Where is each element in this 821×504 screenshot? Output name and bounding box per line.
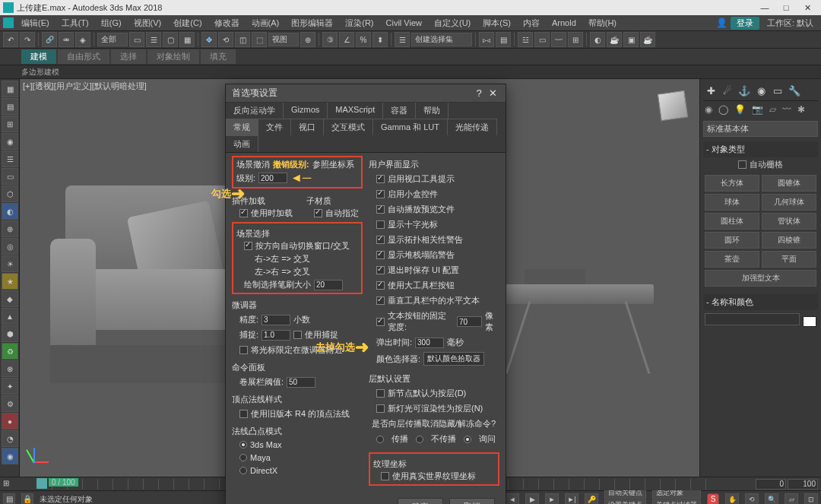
login-button[interactable]: 登录: [731, 17, 759, 30]
move-button[interactable]: ✥: [201, 32, 217, 47]
menu-arnold[interactable]: Arnold: [547, 18, 581, 27]
prim-geosphere[interactable]: 几何球体: [762, 194, 816, 211]
dialog-help-button[interactable]: ?: [472, 87, 486, 99]
ribbon-tab-objpaint[interactable]: 对象绘制: [147, 49, 199, 64]
scale-button[interactable]: ◫: [235, 32, 250, 47]
radio-ask[interactable]: [464, 436, 471, 443]
undo-level-spinner[interactable]: 200: [258, 173, 287, 183]
scroll-th-spinner[interactable]: 50: [287, 377, 315, 388]
use-on-load-check[interactable]: [239, 209, 248, 217]
angle-snap[interactable]: ∠: [339, 32, 354, 47]
ltb-21[interactable]: ◔: [2, 430, 18, 447]
menu-script[interactable]: 脚本(S): [478, 17, 515, 29]
setkey-button[interactable]: 设置关键点: [604, 499, 646, 504]
prim-pyramid[interactable]: 四棱锥: [762, 232, 816, 249]
ribbon-toggle[interactable]: ▭: [534, 32, 550, 47]
menu-modifiers[interactable]: 修改器: [210, 17, 244, 29]
select-button[interactable]: ▭: [129, 32, 144, 47]
render-button[interactable]: ☕: [640, 32, 655, 47]
prim-tube[interactable]: 管状体: [762, 213, 816, 230]
nav-zoom[interactable]: 🔍: [765, 493, 778, 505]
prim-teapot[interactable]: 茶壶: [705, 251, 759, 268]
time-end[interactable]: 100: [788, 479, 818, 490]
snap-toggle[interactable]: ③: [322, 32, 338, 47]
nav-max[interactable]: ⊡: [804, 493, 818, 505]
radio-maya[interactable]: [239, 454, 247, 461]
menu-render[interactable]: 渲染(R): [341, 17, 378, 29]
ltb-15[interactable]: ⬢: [2, 325, 18, 342]
placement-button[interactable]: ⬚: [252, 32, 267, 47]
lock-selection[interactable]: 🔒: [21, 493, 33, 505]
ltb-18[interactable]: ✦: [2, 378, 18, 395]
time-slider[interactable]: [36, 478, 47, 489]
flyout-spinner[interactable]: 300: [415, 338, 444, 348]
named-sel-dropdown[interactable]: 创建选择集: [411, 33, 472, 46]
curve-editor-button[interactable]: 〰: [551, 32, 566, 47]
ribbon-tab-freeform[interactable]: 自由形式: [58, 49, 109, 64]
radio-directx[interactable]: [239, 467, 247, 474]
brush-size-spinner[interactable]: 20: [314, 280, 343, 290]
autogrid-checkbox[interactable]: [738, 160, 747, 169]
undo-button[interactable]: [3, 32, 18, 47]
ltb-3[interactable]: ⊞: [2, 116, 18, 132]
unlink-button[interactable]: ⚮: [59, 32, 74, 47]
section-name-color[interactable]: - 名称和颜色: [703, 294, 818, 310]
spinner-snap[interactable]: ⬍: [372, 32, 388, 47]
menu-graph[interactable]: 图形编辑器: [287, 17, 338, 29]
ltb-2[interactable]: ▤: [2, 98, 18, 115]
workspace-dropdown[interactable]: 工作区: 默认: [762, 17, 818, 29]
tab-radiosity[interactable]: 光能传递: [448, 119, 497, 135]
ltb-9[interactable]: ⊕: [2, 220, 18, 237]
select-name-button[interactable]: ☰: [146, 32, 161, 47]
time-start[interactable]: 0: [756, 479, 786, 490]
object-name-input[interactable]: [705, 313, 800, 325]
selection-filter[interactable]: 全部: [97, 33, 128, 46]
ltb-6[interactable]: ▭: [2, 168, 18, 185]
prim-plane[interactable]: 平面: [762, 251, 816, 268]
largetb-check[interactable]: [376, 281, 385, 290]
caddy-check[interactable]: [376, 190, 385, 198]
key-mode[interactable]: 🔑: [585, 493, 598, 505]
stack-check[interactable]: [376, 251, 385, 259]
play-button[interactable]: ▶: [525, 493, 539, 505]
tab-ik[interactable]: 反向运动学: [226, 103, 284, 119]
tab-animation[interactable]: 动画: [226, 135, 258, 152]
tab-gizmos[interactable]: Gizmos: [284, 103, 328, 119]
link-button[interactable]: [42, 32, 57, 47]
dialog-close-button[interactable]: ✕: [486, 87, 499, 99]
newlight-check[interactable]: [376, 404, 385, 413]
realworld-check[interactable]: [381, 472, 389, 480]
saveui-check[interactable]: [376, 266, 385, 274]
ok-button[interactable]: 确定: [398, 498, 443, 504]
shapes-icon[interactable]: ◯: [718, 104, 728, 115]
ribbon-tab-selection[interactable]: 选择: [111, 49, 146, 64]
newnode-check[interactable]: [376, 389, 385, 398]
panel-motion-icon[interactable]: ◉: [755, 85, 767, 97]
app-logo-icon[interactable]: [3, 17, 14, 28]
tab-maxscript[interactable]: MAXScript: [328, 103, 383, 119]
maxscript-listener[interactable]: ▤: [3, 493, 15, 505]
by-dir-check[interactable]: [244, 242, 252, 250]
nav-pan[interactable]: ✋: [725, 493, 739, 505]
menu-edit[interactable]: 编辑(E): [17, 17, 54, 29]
cross-check[interactable]: [376, 220, 385, 229]
refcoord-dropdown[interactable]: 视图: [268, 33, 299, 46]
timeline-config[interactable]: ⊞: [3, 479, 15, 490]
tab-containers[interactable]: 容器: [383, 103, 416, 119]
menu-civilview[interactable]: Civil View: [382, 18, 426, 27]
autoplay-check[interactable]: [376, 205, 385, 214]
ime-s-icon[interactable]: S: [707, 493, 719, 505]
auto-assign-check[interactable]: [314, 209, 322, 217]
ribbon-tab-populate[interactable]: 填充: [201, 49, 236, 64]
fixed-width-spinner[interactable]: 70: [457, 316, 482, 327]
radio-nopropagate[interactable]: [416, 436, 423, 443]
tab-general[interactable]: 常规: [226, 119, 258, 135]
ltb-22[interactable]: ◉: [2, 448, 18, 464]
prim-box[interactable]: 长方体: [705, 175, 759, 192]
minimize-button[interactable]: —: [760, 3, 769, 13]
panel-create-icon[interactable]: ✚: [705, 85, 717, 97]
ltb-11[interactable]: ☀: [2, 255, 18, 272]
named-sel-button[interactable]: ☰: [395, 32, 410, 47]
schematic-button[interactable]: ⊞: [568, 32, 583, 47]
helpers-icon[interactable]: ▱: [769, 104, 776, 115]
